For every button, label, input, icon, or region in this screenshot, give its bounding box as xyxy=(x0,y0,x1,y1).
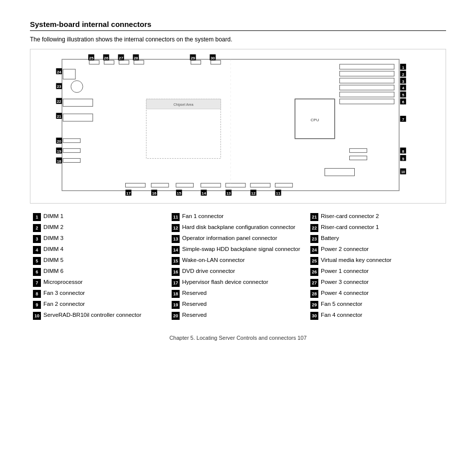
legend-description: DIMM 4 xyxy=(43,245,63,253)
legend-item: 14Simple-swap HDD backplane signal conne… xyxy=(172,245,304,254)
legend-item: 4DIMM 4 xyxy=(33,245,166,254)
legend-number: 14 xyxy=(172,246,180,254)
svg-text:21: 21 xyxy=(57,114,61,119)
legend-description: Battery xyxy=(321,235,339,242)
svg-text:10: 10 xyxy=(401,170,405,174)
legend-item: 24Power 2 connector xyxy=(310,245,443,254)
legend-description: Fan 4 connector xyxy=(321,311,362,319)
legend-item: 26Power 1 connector xyxy=(310,267,443,276)
svg-text:12: 12 xyxy=(251,191,255,196)
legend-description: Power 4 connector xyxy=(321,289,369,297)
legend-number: 23 xyxy=(310,235,318,243)
svg-rect-80 xyxy=(119,60,129,64)
svg-text:26: 26 xyxy=(104,56,108,60)
legend-number: 10 xyxy=(33,312,41,320)
svg-text:4: 4 xyxy=(402,86,405,90)
svg-rect-62 xyxy=(63,114,93,121)
legend-item: 28Power 4 connector xyxy=(310,289,443,298)
svg-rect-77 xyxy=(104,60,114,64)
legend-item: 25Virtual media key connector xyxy=(310,256,443,265)
legend-number: 24 xyxy=(310,246,318,254)
legend-item: 17Hypervisor flash device connector xyxy=(172,278,304,287)
legend-description: Wake-on-LAN connector xyxy=(182,256,245,264)
legend-number: 30 xyxy=(310,312,318,320)
legend-number: 29 xyxy=(310,301,318,309)
legend-grid: 1DIMM 12DIMM 23DIMM 34DIMM 45DIMM 56DIMM… xyxy=(30,213,446,320)
legend-item: 6DIMM 6 xyxy=(33,267,166,276)
legend-number: 2 xyxy=(33,224,41,232)
svg-text:30: 30 xyxy=(211,56,215,60)
legend-description: ServeRAD-BR10il controller connector xyxy=(43,311,141,319)
legend-item: 5DIMM 5 xyxy=(33,256,166,265)
svg-text:3: 3 xyxy=(402,79,405,84)
legend-number: 8 xyxy=(33,290,41,298)
intro-text: The following illustration shows the int… xyxy=(30,36,446,43)
svg-rect-41 xyxy=(201,183,221,187)
svg-rect-89 xyxy=(211,60,221,64)
svg-rect-29 xyxy=(325,168,355,176)
legend-number: 1 xyxy=(33,213,41,221)
legend-item: 27Power 3 connector xyxy=(310,278,443,287)
svg-text:15: 15 xyxy=(177,191,181,196)
legend-description: Fan 3 connector xyxy=(43,289,85,297)
svg-text:20: 20 xyxy=(57,139,61,144)
legend-item: 23Battery xyxy=(310,235,443,243)
svg-rect-1 xyxy=(340,64,394,69)
legend-item: 12Hard disk backplane configuration conn… xyxy=(172,224,304,232)
svg-rect-65 xyxy=(63,99,93,106)
svg-rect-44 xyxy=(176,183,194,187)
legend-description: Riser-card connector 1 xyxy=(321,224,379,232)
legend-description: DIMM 2 xyxy=(43,224,63,232)
legend-description: Fan 5 connector xyxy=(321,300,362,308)
page-footer: Chapter 5. Locating Server Controls and … xyxy=(30,335,446,341)
svg-text:13: 13 xyxy=(227,191,231,196)
legend-item: 10ServeRAD-BR10il controller connector xyxy=(33,311,166,320)
svg-text:5: 5 xyxy=(402,93,405,97)
legend-col-1: 1DIMM 12DIMM 23DIMM 34DIMM 45DIMM 56DIMM… xyxy=(30,213,169,320)
svg-text:18: 18 xyxy=(57,159,61,164)
legend-description: Fan 2 connector xyxy=(43,300,85,308)
legend-description: Reserved xyxy=(182,289,207,297)
svg-rect-4 xyxy=(340,85,394,90)
svg-text:25: 25 xyxy=(89,56,93,60)
legend-item: 30Fan 4 connector xyxy=(310,311,443,320)
legend-description: Fan 1 connector xyxy=(182,213,224,221)
legend-number: 16 xyxy=(172,268,180,276)
legend-number: 4 xyxy=(33,246,41,254)
legend-description: DIMM 5 xyxy=(43,256,63,264)
legend-item: 21Riser-card connector 2 xyxy=(310,213,443,221)
svg-text:28: 28 xyxy=(134,56,138,60)
legend-col-3: 21Riser-card connector 222Riser-card con… xyxy=(307,213,446,320)
svg-rect-23 xyxy=(350,149,367,153)
legend-item: 15Wake-on-LAN connector xyxy=(172,256,304,265)
svg-rect-38 xyxy=(226,183,245,187)
legend-number: 22 xyxy=(310,224,318,232)
legend-description: DIMM 3 xyxy=(43,235,63,242)
legend-number: 26 xyxy=(310,268,318,276)
svg-text:16: 16 xyxy=(152,191,157,196)
legend-number: 17 xyxy=(172,279,180,287)
legend-number: 13 xyxy=(172,235,180,243)
svg-text:8: 8 xyxy=(402,149,405,154)
legend-description: Power 1 connector xyxy=(321,267,369,275)
legend-description: Operator information panel connector xyxy=(182,235,277,242)
legend-description: Microprocessor xyxy=(43,278,83,286)
legend-col-2: 11Fan 1 connector12Hard disk backplane c… xyxy=(169,213,307,320)
svg-rect-83 xyxy=(134,60,144,64)
svg-text:17: 17 xyxy=(126,191,131,196)
legend-description: Reserved xyxy=(182,300,207,308)
legend-description: DIMM 1 xyxy=(43,213,63,221)
legend-item: 8Fan 3 connector xyxy=(33,289,166,298)
svg-rect-32 xyxy=(275,183,293,187)
svg-text:Chipset Area: Chipset Area xyxy=(174,103,194,107)
motherboard-diagram: 1 2 3 4 5 6 CPU 7 8 9 10 11 12 xyxy=(30,49,446,203)
svg-text:9: 9 xyxy=(402,157,405,161)
legend-item: 29Fan 5 connector xyxy=(310,300,443,309)
svg-point-68 xyxy=(71,81,83,93)
legend-description: DVD drive connector xyxy=(182,267,235,275)
svg-rect-26 xyxy=(350,156,367,160)
legend-description: Virtual media key connector xyxy=(321,256,392,264)
svg-text:29: 29 xyxy=(191,56,195,60)
legend-item: 16DVD drive connector xyxy=(172,267,304,276)
legend-number: 19 xyxy=(172,301,180,309)
